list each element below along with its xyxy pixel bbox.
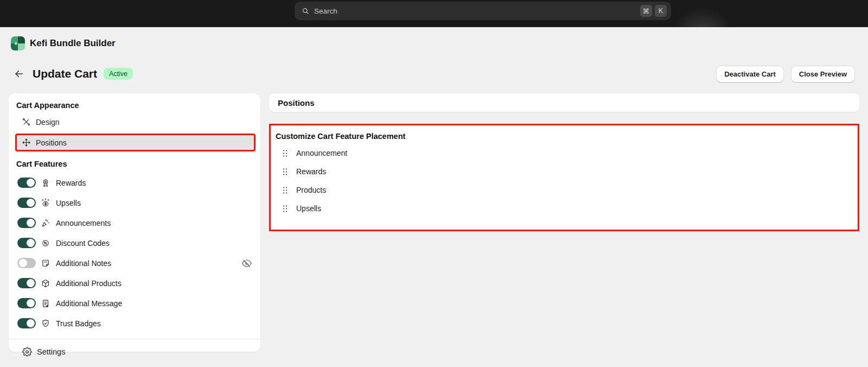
toggle-knob: [27, 239, 35, 247]
cmd-key-badge: ⌘: [640, 5, 652, 17]
app-header: + Kefi Bundle Builder: [0, 27, 868, 50]
sidebar-item-settings[interactable]: Settings: [9, 339, 260, 359]
toggle-knob: [19, 259, 27, 267]
page-title: Update Cart: [33, 67, 97, 80]
toggle-rewards[interactable]: [17, 178, 36, 188]
app-title: Kefi Bundle Builder: [30, 38, 116, 49]
shield-check-icon: [41, 319, 50, 328]
toggle-upsells[interactable]: [17, 198, 36, 208]
sidebar-item-positions[interactable]: Positions: [15, 134, 256, 151]
feature-label: Announcements: [56, 219, 111, 227]
placement-list: AnnouncementRewardsProductsUpsells: [271, 144, 858, 218]
header-actions: Deactivate Cart Close Preview: [716, 66, 855, 83]
cart-appearance-heading: Cart Appearance: [9, 100, 260, 114]
toggle-knob: [27, 319, 35, 327]
drag-handle-icon: [282, 149, 289, 158]
note-icon: [41, 258, 50, 268]
search-shortcut: ⌘ K: [640, 5, 667, 17]
placement-item-products[interactable]: Products: [271, 181, 858, 199]
toggle-additional-products[interactable]: [17, 278, 36, 288]
placement-heading: Customize Cart Feature Placement: [271, 130, 858, 144]
sidebar-item-label: Design: [36, 118, 60, 126]
features-list: RewardsUpsellsAnnouncementsDiscount Code…: [9, 173, 260, 333]
feature-row-announcements: Announcements: [9, 213, 260, 233]
toggle-knob: [27, 179, 35, 187]
toggle-trust-badges[interactable]: [17, 318, 36, 328]
badge-percent-icon: [41, 238, 50, 248]
placement-highlight-box: Customize Cart Feature Placement Announc…: [269, 124, 859, 231]
feature-label: Additional Message: [56, 299, 122, 308]
deactivate-cart-button[interactable]: Deactivate Cart: [716, 66, 784, 83]
feature-label: Rewards: [56, 179, 86, 187]
feature-row-discount-codes: Discount Codes: [9, 233, 260, 253]
cart-features-heading: Cart Features: [9, 155, 260, 173]
move-icon: [22, 138, 31, 147]
panel-header: Positions: [269, 93, 859, 112]
search-icon: [301, 7, 310, 15]
cash-icon: [41, 198, 50, 208]
k-key-badge: K: [655, 5, 667, 17]
search-placeholder: Search: [314, 7, 337, 15]
close-preview-button[interactable]: Close Preview: [791, 66, 855, 83]
settings-label: Settings: [37, 347, 65, 356]
drag-handle-icon: [282, 167, 289, 176]
placement-item-rewards[interactable]: Rewards: [271, 162, 858, 181]
placement-item-label: Rewards: [296, 167, 326, 176]
topbar: Search ⌘ K: [0, 0, 868, 27]
clipboard-plus-icon: [41, 299, 50, 308]
design-icon: [22, 117, 31, 126]
drag-handle-icon: [282, 186, 289, 195]
toggle-additional-notes[interactable]: [17, 258, 36, 268]
feature-row-additional-products: Additional Products: [9, 273, 260, 293]
feature-row-additional-notes: Additional Notes: [9, 253, 260, 273]
kefi-app-logo-icon: +: [11, 36, 25, 50]
gear-icon: [22, 347, 32, 357]
placement-item-announcement[interactable]: Announcement: [271, 144, 858, 162]
content: Cart Appearance DesignPositions Cart Fea…: [9, 93, 859, 352]
toggle-knob: [27, 199, 35, 207]
feature-row-upsells: Upsells: [9, 193, 260, 213]
toggle-knob: [27, 219, 35, 227]
award-icon: [41, 178, 50, 188]
search-input[interactable]: Search ⌘ K: [295, 2, 671, 20]
toggle-additional-message[interactable]: [17, 298, 36, 308]
panel-title: Positions: [278, 98, 315, 107]
package-icon: [41, 279, 50, 288]
confetti-icon: [41, 218, 50, 228]
toggle-knob: [27, 279, 35, 287]
toggle-announcements[interactable]: [17, 218, 36, 228]
placement-item-upsells[interactable]: Upsells: [271, 199, 858, 218]
appearance-list: DesignPositions: [9, 114, 260, 151]
status-badge: Active: [104, 68, 133, 80]
toggle-knob: [27, 299, 35, 307]
feature-row-rewards: Rewards: [9, 173, 260, 193]
eye-off-icon: [242, 258, 252, 268]
feature-label: Additional Products: [56, 279, 122, 288]
toggle-discount-codes[interactable]: [17, 238, 36, 248]
feature-label: Discount Codes: [56, 239, 110, 248]
feature-label: Trust Badges: [56, 319, 101, 328]
sidebar: Cart Appearance DesignPositions Cart Fea…: [9, 93, 260, 352]
feature-row-trust-badges: Trust Badges: [9, 313, 260, 333]
sidebar-item-label: Positions: [36, 138, 67, 147]
feature-row-additional-message: Additional Message: [9, 293, 260, 313]
feature-label: Additional Notes: [56, 259, 111, 268]
placement-item-label: Upsells: [296, 204, 321, 213]
back-arrow-icon[interactable]: [14, 68, 24, 79]
drag-handle-icon: [282, 204, 289, 213]
main-panel: Positions Customize Cart Feature Placeme…: [269, 93, 859, 231]
feature-label: Upsells: [56, 199, 81, 207]
placement-item-label: Announcement: [296, 149, 347, 157]
sidebar-item-design[interactable]: Design: [15, 114, 255, 130]
placement-item-label: Products: [296, 186, 326, 194]
page-header: Update Cart Active Deactivate Cart Close…: [14, 64, 855, 84]
